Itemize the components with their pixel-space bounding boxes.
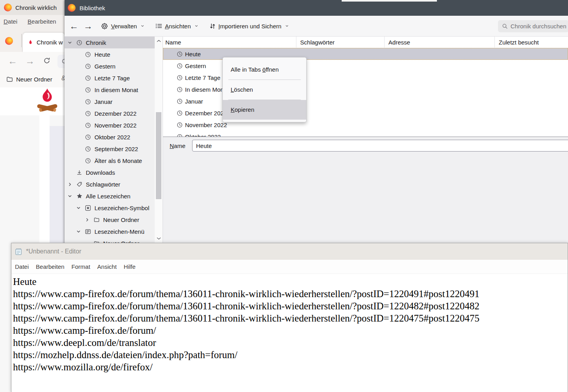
ansichten-label: Ansichten [165,23,191,30]
notepad-menu-hilfe[interactable]: Hilfe [120,263,139,270]
sidebar-item-label: November 2022 [94,122,137,129]
list-column-headers: NameSchlagwörterAdresseZuletzt besucht [163,37,568,48]
sidebar-item-chronik[interactable]: Chronik [65,37,155,48]
clock-icon [85,134,94,140]
scrollbar-thumb[interactable] [156,112,161,199]
sidebar-item-älter-als-6-monate[interactable]: Älter als 6 Monate [65,155,155,166]
verwalten-button[interactable]: Verwalten [101,22,144,30]
sidebar-item-januar[interactable]: Januar [65,96,155,107]
sidebar-item-september-2022[interactable]: September 2022 [65,143,155,155]
sidebar-item-label: Dezember 2022 [94,110,137,117]
notepad-menu-bearbeiten[interactable]: Bearbeiten [32,263,68,270]
notepad-text-area[interactable]: Heutehttps://www.camp-firefox.de/forum/t… [11,274,568,373]
sidebar-item-schlagwörter[interactable]: Schlagwörter [65,178,155,190]
notepad-menu-format[interactable]: Format [68,263,94,270]
column-header-schlagwörter[interactable]: Schlagwörter [296,37,384,48]
search-icon [61,58,65,65]
importieren-und-sichern-button[interactable]: Importieren und Sichern [209,23,289,30]
back-arrow-icon[interactable]: ← [8,55,17,67]
chevron-right-icon[interactable] [85,218,94,222]
list-row-label: Januar [185,98,203,105]
sidebar-item-neuer-ordner[interactable]: Neuer Ordner [65,214,155,226]
clock-icon [85,158,94,164]
notepad-menubar: DateiBearbeitenFormatAnsichtHilfe [11,260,568,274]
tag-icon [76,181,85,187]
sidebar-item-november-2022[interactable]: November 2022 [65,119,155,131]
tab-chronik[interactable]: Chronik w [23,33,65,52]
list-row-label: Dezember 2022 [185,110,227,116]
background-menubar: Datei Bearbeiten [0,15,65,28]
chevron-right-icon[interactable] [68,182,76,187]
scroll-up-icon[interactable] [156,38,161,44]
url-bar[interactable] [57,55,65,68]
sidebar-item-heute[interactable]: Heute [65,48,155,60]
column-header-name[interactable]: Name [163,37,296,48]
campfire-favicon-icon [28,39,33,46]
gear-icon [101,22,108,30]
sidebar-item-dezember-2022[interactable]: Dezember 2022 [65,107,155,119]
sidebar-item-label: Alle Lesezeichen [86,193,130,200]
notepad-menu-ansicht[interactable]: Ansicht [94,263,120,270]
column-header-adresse[interactable]: Adresse [384,37,494,48]
sidebar-item-label: Chronik [86,39,106,46]
clock-icon [177,98,185,104]
reload-icon[interactable] [43,57,50,64]
notepad-menu-datei[interactable]: Datei [11,263,32,270]
menu-item-öffnen[interactable]: Alle in Tabs öffnen [223,60,306,80]
tab-separator [21,34,22,47]
clock-icon [85,122,94,128]
sidebar-item-alle-lesezeichen[interactable]: Alle Lesezeichen [65,190,155,202]
sidebar-item-lesezeichen-symbol[interactable]: Lesezeichen-Symbol [65,202,155,214]
column-header-zuletzt-besucht[interactable]: Zuletzt besucht [494,37,568,48]
sidebar-item-label: September 2022 [94,146,138,152]
chevron-down-icon [141,24,144,28]
firefox-icon[interactable] [5,37,13,45]
chevron-down-icon[interactable] [76,229,85,234]
bookmark-new-folder[interactable]: Neuer Ordner [16,76,52,83]
sidebar-item-downloads[interactable]: Downloads [65,166,155,178]
name-field-input[interactable] [192,140,568,152]
sidebar-item-label: Neuer Ordner [103,216,139,223]
menu-item-kopieren[interactable]: Kopieren [223,100,306,120]
clock-icon [177,110,185,116]
sidebar-item-gestern[interactable]: Gestern [65,60,155,72]
folder-icon [94,217,102,223]
sidebar-item-in-diesem-monat[interactable]: In diesem Monat [65,84,155,96]
search-input[interactable]: Chronik durchsuchen [498,20,568,32]
menu-item-datei[interactable]: Datei [4,18,17,25]
list-row-label: Gestern [185,63,206,69]
clock-icon [85,111,94,116]
menu-item-löschen[interactable]: Löschen [223,80,306,100]
chevron-down-icon[interactable] [68,194,76,198]
notepad-text-line: Heute [13,276,568,288]
sidebar-item-oktober-2022[interactable]: Oktober 2022 [65,131,155,143]
clock-icon [177,75,185,81]
bookmarks-toolbar: Neuer Ordner & [0,71,65,87]
ansichten-button[interactable]: Ansichten [155,23,198,30]
background-window-title: Chronik wirklich [15,4,57,11]
partial-bookmark-icon[interactable]: & [61,75,65,82]
chevron-down-icon[interactable] [68,41,76,45]
scroll-down-icon[interactable] [156,236,161,241]
chevron-down-icon [285,24,289,28]
clock-icon [85,146,94,152]
list-row-label: November 2022 [185,122,227,128]
verwalten-label: Verwalten [111,23,137,30]
background-page-content [0,87,65,115]
firefox-icon [68,4,76,12]
notepad-text-line: https://www.deepl.com/de/translator [13,337,568,349]
sidebar-item-label: Älter als 6 Monate [94,157,142,164]
background-navbar: ← → [0,52,65,71]
notepad-text-line: https://www.camp-firefox.de/forum/thema/… [13,288,568,300]
chevron-down-icon[interactable] [76,206,85,210]
sidebar-item-letzte-7-tage[interactable]: Letzte 7 Tage [65,72,155,84]
sidebar-item-label: Heute [94,51,110,58]
menu-item-bearbeiten[interactable]: Bearbeiten [28,18,56,25]
background-titlebar: Chronik wirklich [0,0,65,15]
window-edge-strip [342,0,437,2]
forward-arrow-icon[interactable]: → [83,21,94,31]
forward-arrow-icon[interactable]: → [25,55,35,67]
sidebar-item-lesezeichen-menü[interactable]: Lesezeichen-Menü [65,226,155,237]
back-arrow-icon[interactable]: ← [69,21,80,31]
folder-icon [6,76,13,83]
